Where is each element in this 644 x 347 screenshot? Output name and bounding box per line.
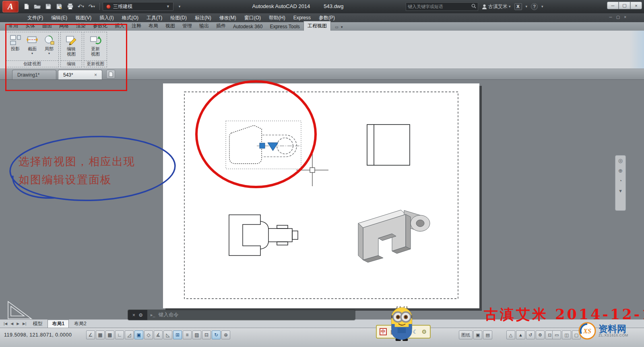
next-tab-icon[interactable]: ▶ — [15, 321, 21, 326]
quick-properties-toggle[interactable]: ⊟ — [202, 330, 211, 339]
orbit-icon[interactable]: ◔ — [619, 178, 622, 184]
watermark-domain: ZL.XS1616.COM — [599, 334, 628, 337]
command-line[interactable]: × ⚙ ▸_ 键入命令 — [128, 310, 355, 320]
polar-icon: ◿ — [127, 332, 131, 338]
toolbar-separator — [99, 3, 100, 10]
ortho-toggle[interactable]: ∟ — [115, 330, 124, 339]
exchange-apps-icon[interactable]: X — [514, 3, 522, 10]
lineweight-toggle[interactable]: ≡ — [183, 330, 192, 339]
open-file-icon[interactable] — [33, 2, 42, 11]
annotation-note-line2: 如图编辑设置面板 — [19, 172, 112, 187]
annotation-monitor-icon: ⊕ — [224, 332, 228, 338]
ribbon-tab-plugins[interactable]: 插件 — [213, 21, 229, 31]
ime-language-badge[interactable]: 中 — [380, 328, 387, 335]
redo-icon[interactable]: ↷▾ — [87, 2, 97, 11]
ime-settings-gear-icon[interactable]: ⚙ — [421, 328, 427, 335]
quick-view-layouts-icon[interactable]: ▣ — [473, 330, 482, 339]
signin-menu[interactable]: 古滇艾米 ▾ — [482, 3, 511, 10]
menu-express[interactable]: Express — [289, 14, 315, 22]
selection-cycling-toggle[interactable]: ↻ — [212, 330, 221, 339]
coordinates-readout[interactable]: 119.5098, 121.8071, 0.0000 — [4, 332, 72, 338]
ribbon-tab-autodesk360[interactable]: Autodesk 360 — [229, 23, 266, 31]
pan-icon[interactable]: ⊕ — [618, 168, 623, 174]
3d-object-snap-toggle[interactable]: ◇ — [144, 330, 153, 339]
restore-button[interactable]: ▢ — [619, 2, 630, 9]
ribbon-tab-manage[interactable]: 管理 — [179, 21, 196, 31]
tab-model[interactable]: 模型 — [28, 320, 47, 328]
quick-properties-icon: ⊟ — [204, 332, 208, 338]
quick-view-drawings-icon[interactable]: ▤ — [483, 330, 492, 339]
last-tab-icon[interactable]: ▶| — [21, 321, 27, 326]
tab-layout2[interactable]: 布局2 — [70, 320, 91, 328]
search-icon[interactable] — [471, 3, 476, 10]
window-title: Autodesk AutoCAD 2014543.dwg — [173, 3, 423, 9]
command-close-icon[interactable]: × — [132, 312, 135, 318]
app-menu-button[interactable]: A — [2, 1, 19, 12]
quick-access-toolbar: ↶▾ ↷▾ 三维建模 ▼ ▾ — [22, 2, 184, 11]
signature-text: 古滇艾米 2014-12-19 — [484, 305, 644, 324]
navigation-wheel-icon[interactable]: ◎ — [618, 158, 623, 164]
ribbon-tab-view[interactable]: 视图 — [162, 21, 179, 31]
space-mode-group: 图纸 ▣ ▤ — [459, 330, 492, 339]
infer-constraints-toggle[interactable]: ∠ — [86, 330, 95, 339]
annotation-autoscale-icon[interactable]: ↺ — [526, 330, 535, 339]
ortho-icon: ∟ — [117, 332, 122, 338]
doc-close-icon[interactable]: × — [624, 15, 626, 19]
ribbon-display-toggle-icon[interactable]: ▭ ▾ — [333, 23, 345, 31]
chevron-down-icon: ▾ — [541, 4, 543, 8]
doc-minimize-icon[interactable]: ─ — [609, 15, 612, 19]
ribbon-tab-output[interactable]: 输出 — [196, 21, 213, 31]
undo-icon[interactable]: ↶▾ — [76, 2, 86, 11]
annotation-visibility-icon[interactable]: ▲ — [516, 330, 525, 339]
red-rectangle-annotation — [5, 24, 127, 91]
tab-layout1[interactable]: 布局1 — [47, 320, 69, 328]
minimize-button[interactable]: ─ — [607, 2, 619, 9]
ribbon-tab-express-tools[interactable]: Express Tools — [266, 23, 303, 31]
ribbon-tab-annotate[interactable]: 注释 — [128, 21, 145, 31]
help-icon[interactable]: ? — [531, 3, 538, 10]
ribbon-tab-engineering-views[interactable]: 工程视图 — [303, 21, 331, 31]
polar-tracking-toggle[interactable]: ◿ — [125, 330, 134, 339]
menu-help[interactable]: 帮助(H) — [265, 13, 289, 23]
document-window-controls: ─ ▢ × — [609, 15, 626, 19]
dynamic-ucs-toggle[interactable]: ◺ — [163, 330, 172, 339]
new-file-icon[interactable] — [22, 2, 31, 11]
infocenter-search[interactable] — [406, 2, 478, 11]
close-button[interactable]: × — [630, 2, 642, 9]
transparency-toggle[interactable]: ▨ — [192, 330, 201, 339]
paper-model-toggle[interactable]: 图纸 — [459, 330, 473, 339]
chevron-down-icon: ▼ — [166, 4, 170, 8]
prev-tab-icon[interactable]: ◀ — [9, 321, 14, 326]
3d-object-snap-icon: ◇ — [147, 332, 150, 338]
minion-sticker — [387, 306, 417, 343]
save-as-icon[interactable] — [54, 2, 64, 11]
user-icon — [482, 4, 487, 9]
annotation-scale-icon[interactable]: △ — [506, 330, 515, 339]
command-prompt-text[interactable]: 键入命令 — [159, 312, 179, 318]
search-input[interactable] — [408, 4, 470, 9]
save-icon[interactable] — [43, 2, 53, 11]
first-tab-icon[interactable]: |◀ — [2, 321, 8, 326]
grid-toggle[interactable]: ▩ — [105, 330, 114, 339]
plot-icon[interactable] — [65, 2, 75, 11]
autocad-window: A ↶▾ ↷▾ 三维建模 ▼ ▾ Autodesk AutoCAD 201454… — [0, 0, 644, 347]
window-controls: ─ ▢ × — [607, 2, 642, 9]
annotation-monitor-toggle[interactable]: ⊕ — [221, 330, 230, 339]
layout-paper[interactable] — [163, 83, 479, 308]
hardware-acceleration-icon[interactable]: ◫ — [562, 330, 571, 339]
navbar-menu-icon[interactable]: ▾ — [619, 188, 622, 194]
object-snap-tracking-toggle[interactable]: ∡ — [154, 330, 163, 339]
menu-window[interactable]: 窗口(O) — [240, 13, 265, 23]
workspace-dropdown[interactable]: 三维建模 ▼ — [103, 2, 173, 11]
snap-toggle[interactable]: ▦ — [96, 330, 105, 339]
workspace-switching-icon[interactable]: ⚙ — [536, 330, 545, 339]
annotation-tools-group: △ ▲ ↺ ⚙ ⊡ — [506, 330, 554, 339]
doc-restore-icon[interactable]: ▢ — [616, 15, 620, 19]
isolate-objects-icon[interactable]: ▭ — [552, 330, 561, 339]
object-snap-toggle[interactable]: ▣ — [134, 330, 143, 339]
site-watermark: XS 资料网 ZL.XS1616.COM — [578, 322, 628, 340]
otrack-icon: ∡ — [156, 332, 161, 338]
ribbon-tab-layout[interactable]: 布局 — [145, 21, 162, 31]
wrench-icon[interactable]: ⚙ — [138, 312, 143, 318]
dynamic-input-toggle[interactable]: ⊞ — [173, 330, 182, 339]
